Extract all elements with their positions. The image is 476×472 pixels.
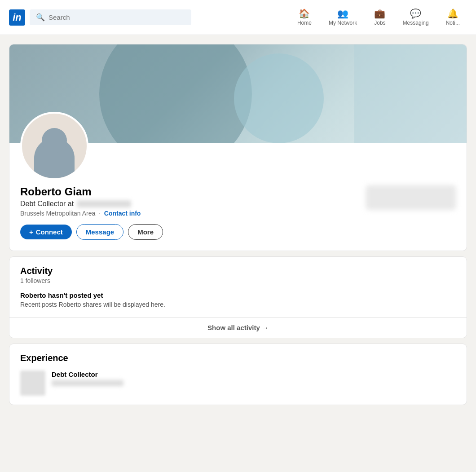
cover-decoration-circle-large (99, 44, 252, 143)
experience-item: Debt Collector (20, 371, 456, 396)
search-input[interactable] (48, 13, 185, 21)
my-network-label: My Network (329, 20, 357, 26)
messaging-label: Messaging (403, 20, 429, 26)
notifications-label: Noti... (446, 20, 460, 26)
exp-company-name-blurred (52, 380, 123, 386)
avatar-circle (20, 112, 88, 180)
activity-followers: 1 followers (20, 277, 456, 284)
jobs-label: Jobs (374, 20, 385, 26)
nav-item-my-network[interactable]: 👥 My Network (322, 4, 364, 31)
show-all-activity-button[interactable]: Show all activity → (9, 317, 467, 338)
profile-title-prefix: Debt Collector at (20, 200, 74, 208)
cover-decoration-circle-small (234, 53, 324, 143)
activity-card: Activity 1 followers Roberto hasn't post… (9, 256, 467, 338)
connect-label: Connect (36, 228, 63, 236)
experience-section: Experience Debt Collector (9, 344, 467, 405)
more-button[interactable]: More (128, 224, 163, 240)
profile-info-left: Roberto Giam Debt Collector at Brussels … (20, 185, 163, 240)
home-icon: 🏠 (299, 8, 310, 19)
experience-title: Experience (20, 353, 456, 363)
activity-title: Activity (20, 266, 456, 276)
profile-card: Roberto Giam Debt Collector at Brussels … (9, 44, 467, 251)
profile-lower: Roberto Giam Debt Collector at Brussels … (9, 143, 467, 251)
profile-location: Brussels Metropolitan Area · Contact inf… (20, 210, 163, 217)
notifications-icon: 🔔 (447, 8, 458, 19)
navbar: in 🔍 🏠 Home 👥 My Network 💼 Jobs 💬 Messag… (0, 0, 476, 35)
connect-button[interactable]: + Connect (20, 225, 72, 239)
jobs-icon: 💼 (374, 8, 385, 19)
no-posts-title: Roberto hasn't posted yet (20, 291, 456, 299)
exp-job-title: Debt Collector (52, 371, 456, 378)
nav-item-jobs[interactable]: 💼 Jobs (367, 4, 392, 31)
exp-details: Debt Collector (52, 371, 456, 396)
profile-right-widget-blurred (366, 185, 456, 210)
nav-item-home[interactable]: 🏠 Home (290, 4, 319, 31)
contact-info-link[interactable]: Contact info (104, 210, 141, 217)
message-button[interactable]: Message (76, 224, 123, 240)
profile-info-row: Roberto Giam Debt Collector at Brussels … (20, 185, 456, 240)
search-icon: 🔍 (36, 13, 45, 22)
search-bar[interactable]: 🔍 (30, 9, 191, 25)
nav-item-notifications[interactable]: 🔔 Noti... (439, 4, 467, 31)
avatar-head (42, 128, 67, 153)
company-name-blurred (77, 200, 131, 207)
avatar (20, 112, 88, 180)
location-text: Brussels Metropolitan Area (20, 210, 95, 217)
messaging-icon: 💬 (410, 8, 421, 19)
experience-card: Experience Debt Collector (9, 344, 467, 405)
nav-item-messaging[interactable]: 💬 Messaging (396, 4, 436, 31)
my-network-icon: 👥 (337, 8, 348, 19)
home-label: Home (297, 20, 312, 26)
activity-inner: Activity 1 followers Roberto hasn't post… (9, 257, 467, 317)
linkedin-logo[interactable]: in (9, 9, 25, 26)
no-posts-desc: Recent posts Roberto shares will be disp… (20, 301, 456, 308)
main-content: Roberto Giam Debt Collector at Brussels … (9, 35, 467, 419)
nav-right: 🏠 Home 👥 My Network 💼 Jobs 💬 Messaging 🔔… (290, 4, 467, 31)
cover-decoration-rect (354, 44, 467, 143)
profile-info-right (366, 185, 456, 210)
connect-icon: + (29, 228, 33, 236)
profile-title: Debt Collector at (20, 200, 163, 208)
exp-company-logo-blurred (20, 371, 45, 396)
profile-name: Roberto Giam (20, 185, 163, 198)
action-buttons: + Connect Message More (20, 224, 163, 240)
